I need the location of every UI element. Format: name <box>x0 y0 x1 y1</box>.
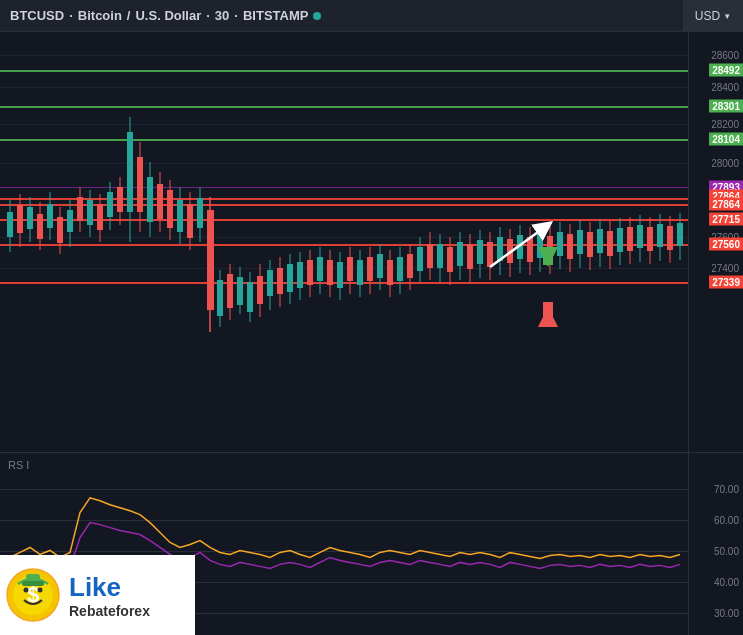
svg-rect-32 <box>127 132 133 212</box>
chart-header: BTCUSD · Bitcoin / U.S. Dollar · 30 · BI… <box>0 0 743 32</box>
asset-name: Bitcoin <box>78 8 122 23</box>
logo-text: Like Rebateforex <box>69 572 150 619</box>
svg-rect-36 <box>147 177 153 222</box>
svg-rect-44 <box>187 204 193 238</box>
chart-area[interactable] <box>0 32 688 452</box>
svg-rect-104 <box>487 242 493 267</box>
svg-rect-76 <box>347 257 353 281</box>
svg-rect-40 <box>167 190 173 228</box>
svg-rect-46 <box>197 198 203 228</box>
svg-rect-80 <box>367 257 373 281</box>
svg-rect-132 <box>627 227 633 251</box>
svg-rect-130 <box>617 228 623 252</box>
separator3: · <box>206 8 210 23</box>
price-label-27400: 27400 <box>711 263 739 274</box>
symbol-ticker: BTCUSD <box>10 8 64 23</box>
rsi-container: RS I $ <box>0 452 743 635</box>
svg-rect-128 <box>607 231 613 256</box>
price-label-28400: 28400 <box>711 82 739 93</box>
svg-rect-54 <box>237 277 243 305</box>
rsi-label-40: 40.00 <box>714 577 739 588</box>
rsi-label-30: 30.00 <box>714 608 739 619</box>
logo-coin-icon: $ <box>6 568 61 623</box>
svg-rect-84 <box>387 260 393 285</box>
svg-rect-88 <box>407 254 413 278</box>
separator: · <box>69 8 73 23</box>
svg-rect-142 <box>677 223 683 246</box>
price-label-28492: 28492 <box>709 63 743 76</box>
candlestick-chart <box>0 32 688 452</box>
svg-rect-66 <box>297 262 303 288</box>
svg-rect-124 <box>587 232 593 257</box>
price-label-28600: 28600 <box>711 50 739 61</box>
svg-rect-94 <box>437 244 443 268</box>
interval-label: 30 <box>215 8 229 23</box>
main-chart-container: 28492 28301 28104 28600 28400 28200 2800… <box>0 32 743 452</box>
svg-rect-20 <box>67 210 73 232</box>
rsi-axis: 70.00 60.00 50.00 40.00 30.00 <box>688 453 743 635</box>
svg-rect-118 <box>557 232 563 256</box>
svg-rect-68 <box>307 260 313 285</box>
svg-rect-102 <box>477 240 483 264</box>
svg-rect-136 <box>647 227 653 251</box>
svg-rect-70 <box>317 257 323 281</box>
price-label-27715: 27715 <box>709 212 743 225</box>
price-axis: 28492 28301 28104 28600 28400 28200 2800… <box>688 32 743 452</box>
watermark: $ Like Rebateforex <box>0 555 195 635</box>
svg-rect-98 <box>457 242 463 266</box>
svg-rect-74 <box>337 262 343 288</box>
price-label-28000: 28000 <box>711 158 739 169</box>
live-dot <box>313 12 321 20</box>
svg-rect-120 <box>567 234 573 259</box>
svg-rect-18 <box>57 217 63 243</box>
svg-rect-52 <box>227 274 233 308</box>
svg-rect-126 <box>597 229 603 253</box>
svg-rect-92 <box>427 244 433 268</box>
like-label: Like <box>69 572 150 603</box>
currency-label: USD <box>695 9 720 23</box>
rsi-label-70: 70.00 <box>714 484 739 495</box>
svg-rect-64 <box>287 264 293 292</box>
svg-rect-154 <box>22 581 44 586</box>
svg-rect-147 <box>543 302 553 320</box>
svg-rect-86 <box>397 257 403 281</box>
svg-rect-12 <box>27 207 33 229</box>
svg-rect-48 <box>207 210 214 310</box>
svg-rect-82 <box>377 254 383 278</box>
svg-rect-90 <box>417 247 423 271</box>
svg-rect-24 <box>87 200 93 225</box>
svg-rect-8 <box>7 212 13 237</box>
price-label-28200: 28200 <box>711 118 739 129</box>
svg-rect-96 <box>447 247 453 272</box>
svg-rect-100 <box>467 244 473 269</box>
svg-rect-56 <box>247 282 253 312</box>
svg-rect-134 <box>637 225 643 248</box>
price-label-28104: 28104 <box>709 133 743 146</box>
svg-rect-122 <box>577 230 583 254</box>
svg-rect-26 <box>97 204 103 230</box>
symbol-label: BTCUSD · Bitcoin / U.S. Dollar · 30 · BI… <box>10 8 321 23</box>
rsi-chart-area: RS I $ <box>0 453 688 635</box>
svg-rect-22 <box>77 197 83 221</box>
currency-selector[interactable]: USD ▼ <box>683 0 743 32</box>
svg-rect-14 <box>37 214 43 239</box>
svg-rect-16 <box>47 204 53 228</box>
svg-rect-138 <box>657 224 663 247</box>
svg-rect-72 <box>327 260 333 285</box>
svg-rect-10 <box>17 205 23 233</box>
svg-rect-38 <box>157 184 163 219</box>
separator4: · <box>234 8 238 23</box>
svg-rect-34 <box>137 157 143 212</box>
svg-rect-42 <box>177 200 183 232</box>
dropdown-icon: ▼ <box>723 12 731 21</box>
svg-rect-58 <box>257 276 263 304</box>
svg-rect-28 <box>107 192 113 217</box>
rsi-label-50: 50.00 <box>714 546 739 557</box>
rsi-label-60: 60.00 <box>714 515 739 526</box>
svg-rect-50 <box>217 280 223 316</box>
price-label-27864b: 27864 <box>709 198 743 211</box>
svg-rect-60 <box>267 270 273 296</box>
price-label-27339: 27339 <box>709 275 743 288</box>
rebate-label: Rebateforex <box>69 603 150 619</box>
exchange-label: BITSTAMP <box>243 8 308 23</box>
